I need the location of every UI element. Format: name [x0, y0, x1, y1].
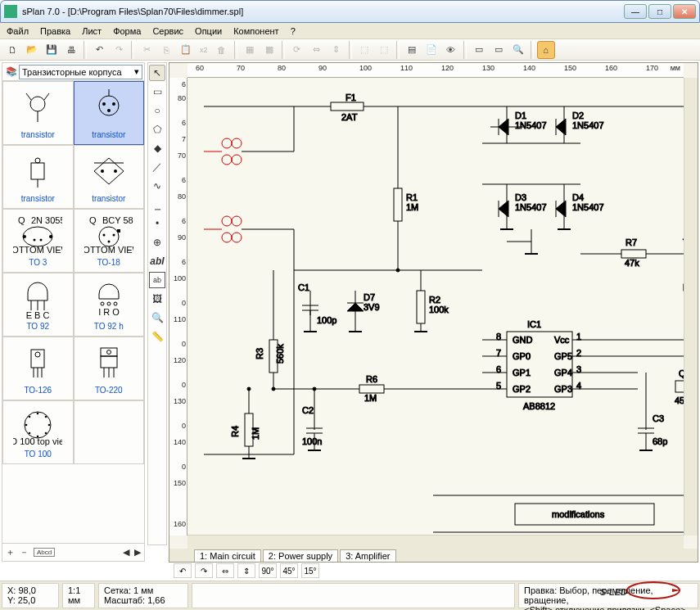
lib-item-to220[interactable]: TO-220: [74, 337, 145, 400]
back-icon[interactable]: ▩: [260, 41, 278, 59]
find-icon[interactable]: 👁: [442, 41, 460, 59]
cut-icon[interactable]: ✂: [138, 41, 156, 59]
sheet2-icon[interactable]: ▭: [490, 41, 508, 59]
angle-bar: ↶ ↷ ⇔ ⇕ 90° 45° 15°: [170, 563, 697, 579]
lib-item-to92[interactable]: E B C TO 92: [2, 273, 74, 337]
menu-component[interactable]: Компонент: [233, 26, 278, 36]
duplicate-icon[interactable]: x2: [196, 41, 211, 59]
lib-item-to92h[interactable]: I R O TO 92 h: [74, 273, 145, 337]
mirror-v-icon[interactable]: ⇕: [327, 41, 345, 59]
menu-service[interactable]: Сервис: [152, 26, 183, 36]
copy-icon[interactable]: ⎘: [157, 41, 175, 59]
close-button[interactable]: ✕: [673, 4, 696, 19]
abcd-toggle[interactable]: Abcd: [34, 548, 55, 557]
save-icon[interactable]: 💾: [43, 41, 61, 59]
svg-text:E B C: E B C: [26, 310, 50, 320]
horizontal-scrollbar[interactable]: [187, 535, 684, 549]
hint-line-1: Правка: Выбор, перемещение, вращение,: [524, 585, 693, 605]
redo-icon[interactable]: ↷: [110, 41, 128, 59]
svg-text:1N5407: 1N5407: [572, 120, 604, 130]
zoom-tool-icon[interactable]: 🔍: [149, 310, 165, 326]
image-tool-icon[interactable]: 🖼: [149, 291, 165, 307]
paste-icon[interactable]: 📋: [177, 41, 195, 59]
lib-item-to3[interactable]: Q2N 3055BOTTOM VIEW TO 3: [2, 209, 74, 273]
print-icon[interactable]: 🖶: [62, 41, 80, 59]
group-icon[interactable]: ⬚: [355, 41, 373, 59]
undo-icon[interactable]: ↶: [90, 41, 108, 59]
svg-text:F1: F1: [345, 93, 356, 102]
flip-v-icon[interactable]: ⇕: [237, 563, 255, 578]
svg-text:R1: R1: [406, 192, 418, 202]
menu-sheet[interactable]: Лист: [82, 26, 102, 36]
align-icon[interactable]: ▤: [403, 41, 421, 59]
home-icon[interactable]: ⌂: [537, 41, 555, 59]
lib-item-transistor-1[interactable]: transistor: [2, 81, 74, 145]
poly-tool-icon[interactable]: ⬠: [149, 121, 165, 138]
angle-45[interactable]: 45°: [280, 563, 298, 578]
tab-main[interactable]: 1: Main circuit: [194, 549, 261, 562]
book-icon[interactable]: 📚: [4, 66, 19, 77]
lib-item-transistor-2[interactable]: transistor: [74, 81, 145, 145]
measure-tool-icon[interactable]: 📏: [149, 328, 165, 345]
svg-point-18: [23, 227, 52, 246]
rotate-left-icon[interactable]: ↶: [174, 563, 192, 578]
menu-options[interactable]: Опции: [195, 26, 222, 36]
dimension-tool-icon[interactable]: ⊕: [149, 234, 165, 251]
zoom-icon[interactable]: 🔍: [509, 41, 527, 59]
maximize-button[interactable]: □: [648, 4, 671, 19]
schematic-canvas[interactable]: F1 2AT D11N5407 D21N5407: [187, 78, 684, 535]
menu-help[interactable]: ?: [291, 26, 296, 36]
svg-line-3: [44, 93, 49, 100]
mirror-h-icon[interactable]: ⇔: [308, 41, 326, 59]
grid-label: Сетка: 1 мм: [104, 585, 183, 595]
tab-amp[interactable]: 3: Amplifier: [340, 549, 395, 562]
text-tool-icon[interactable]: abl: [149, 253, 165, 269]
rotate-icon[interactable]: ⟳: [288, 41, 306, 59]
delete-icon[interactable]: 🗑: [213, 41, 231, 59]
right-arrow-icon[interactable]: ▶: [134, 547, 141, 558]
front-icon[interactable]: ▦: [241, 41, 259, 59]
rect-tool-icon[interactable]: ▭: [149, 84, 165, 100]
menu-file[interactable]: Файл: [7, 26, 29, 36]
angle-15[interactable]: 15°: [301, 563, 319, 578]
svg-text:1M: 1M: [251, 427, 260, 440]
shape-tool-icon[interactable]: ◆: [149, 140, 165, 156]
lib-item-to126[interactable]: TO-126: [2, 337, 74, 400]
sheet-icon[interactable]: ▭: [470, 41, 488, 59]
rotate-right-icon[interactable]: ↷: [195, 563, 213, 578]
svg-point-22: [40, 238, 43, 241]
wire-tool-icon[interactable]: ⎯: [149, 197, 165, 213]
angle-90[interactable]: 90°: [259, 563, 277, 578]
menu-edit[interactable]: Правка: [40, 26, 70, 36]
minimize-button[interactable]: —: [624, 4, 647, 19]
svg-text:GP4: GP4: [554, 368, 572, 377]
menu-shape[interactable]: Форма: [113, 26, 141, 36]
circle-tool-icon[interactable]: ○: [149, 102, 165, 119]
node-tool-icon[interactable]: •: [149, 215, 165, 232]
bezier-tool-icon[interactable]: ∿: [149, 178, 165, 194]
library-dropdown[interactable]: Транзисторные корпуса ▾: [19, 65, 142, 79]
svg-point-26: [99, 227, 119, 246]
minus-icon[interactable]: －: [20, 546, 29, 558]
new-icon[interactable]: 🗋: [3, 41, 21, 59]
ungroup-icon[interactable]: ⬚: [375, 41, 393, 59]
svg-point-67: [232, 138, 242, 148]
flip-h-icon[interactable]: ⇔: [216, 563, 234, 578]
vertical-scrollbar[interactable]: [684, 78, 698, 535]
coord-x: X: 98,0: [7, 585, 53, 595]
open-icon[interactable]: 📂: [23, 41, 41, 59]
pointer-tool-icon[interactable]: ↖: [149, 65, 165, 81]
svg-marker-12: [94, 158, 124, 184]
lib-item-transistor-3[interactable]: transistor: [2, 145, 74, 209]
svg-text:Q: Q: [89, 215, 97, 225]
tab-power[interactable]: 2: Power supply: [263, 549, 338, 562]
list-icon[interactable]: 📄: [422, 41, 440, 59]
lib-item-transistor-4[interactable]: transistor: [74, 145, 145, 209]
line-tool-icon[interactable]: ／: [149, 159, 165, 175]
svg-text:100k: 100k: [429, 305, 449, 314]
plus-icon[interactable]: ＋: [6, 546, 15, 558]
lib-item-to18[interactable]: QBCY 58BOTTOM VIEW TO-18: [74, 209, 145, 273]
label-tool-icon[interactable]: ab: [149, 272, 165, 288]
left-arrow-icon[interactable]: ◀: [123, 547, 129, 558]
lib-item-to100[interactable]: TO 100 top view TO 100: [2, 400, 74, 464]
